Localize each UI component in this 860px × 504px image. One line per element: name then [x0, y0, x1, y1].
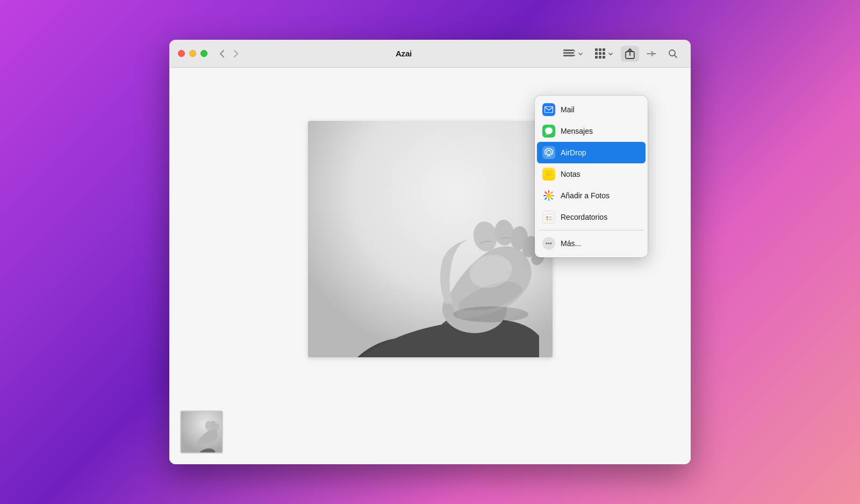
fotos-label: Añadir a Fotos — [561, 191, 610, 200]
share-mail-item[interactable]: Mail — [535, 99, 648, 120]
mail-label: Mail — [561, 105, 575, 114]
svg-line-32 — [545, 192, 547, 193]
more-icon — [542, 237, 555, 250]
share-messages-item[interactable]: Mensajes — [535, 120, 648, 142]
svg-rect-26 — [545, 170, 553, 172]
svg-point-15 — [453, 306, 528, 322]
maximize-button[interactable] — [200, 50, 207, 57]
recordatorios-label: Recordatorios — [561, 213, 607, 221]
filmstrip — [180, 411, 223, 453]
svg-line-33 — [551, 198, 553, 199]
more-label: Más... — [561, 239, 581, 248]
forward-button[interactable] — [230, 47, 242, 60]
share-fotos-item[interactable]: Añadir a Fotos — [535, 185, 648, 206]
fotos-icon — [542, 189, 555, 202]
filmstrip-thumb-1[interactable] — [180, 411, 223, 453]
mail-icon — [542, 103, 555, 116]
toolbar-right — [559, 46, 682, 62]
grid-icon — [595, 48, 605, 59]
minimize-button[interactable] — [189, 50, 196, 57]
window-title: Azai — [248, 49, 559, 58]
airdrop-label: AirDrop — [561, 148, 586, 157]
recordatorios-icon — [542, 211, 555, 224]
svg-point-24 — [547, 150, 551, 155]
svg-rect-2 — [563, 55, 574, 56]
svg-rect-36 — [545, 214, 553, 221]
svg-line-35 — [545, 198, 547, 199]
dropdown-divider — [539, 230, 643, 231]
share-notas-item[interactable]: Notas — [535, 163, 648, 185]
search-button[interactable] — [664, 46, 682, 61]
share-more-item[interactable]: Más... — [535, 233, 648, 254]
content-area: Mail Mensajes — [169, 68, 691, 464]
more-button[interactable] — [642, 47, 661, 60]
airdrop-icon — [542, 146, 555, 159]
nav-buttons — [216, 47, 242, 60]
traffic-lights — [178, 50, 207, 57]
main-window: Azai — [169, 40, 691, 464]
svg-point-4 — [669, 50, 675, 56]
share-airdrop-item[interactable]: AirDrop — [537, 142, 646, 163]
notas-icon — [542, 168, 555, 181]
svg-point-38 — [547, 219, 548, 220]
svg-point-42 — [548, 243, 550, 244]
back-button[interactable] — [216, 47, 228, 60]
notas-label: Notas — [561, 170, 580, 178]
svg-point-43 — [550, 243, 552, 244]
messages-label: Mensajes — [561, 127, 593, 135]
view-toggle-button[interactable] — [559, 47, 587, 61]
main-photo — [308, 121, 553, 357]
svg-rect-1 — [563, 52, 574, 54]
svg-rect-0 — [563, 49, 574, 51]
svg-line-34 — [551, 192, 553, 193]
svg-point-41 — [546, 243, 548, 244]
svg-point-27 — [547, 193, 551, 198]
grid-view-button[interactable] — [591, 46, 618, 61]
share-recordatorios-item[interactable]: Recordatorios — [535, 206, 648, 228]
titlebar: Azai — [169, 40, 691, 68]
share-dropdown: Mail Mensajes — [535, 96, 648, 257]
svg-point-37 — [547, 217, 548, 218]
messages-icon — [542, 125, 555, 138]
close-button[interactable] — [178, 50, 185, 57]
share-button[interactable] — [621, 46, 639, 62]
